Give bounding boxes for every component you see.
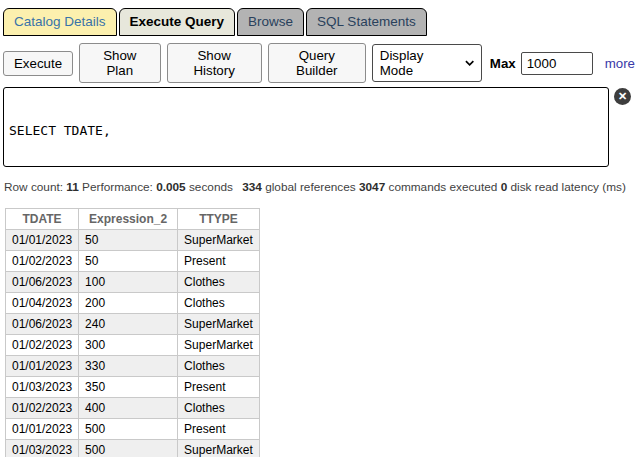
cell-tdate: 01/02/2023 <box>6 398 79 419</box>
performance-unit: seconds <box>189 180 233 194</box>
global-references-value: 334 <box>242 180 262 194</box>
cell-tdate: 01/02/2023 <box>6 251 79 272</box>
table-row: 01/02/2023 300 SuperMarket <box>6 335 260 356</box>
table-row: 01/03/2023 500 SuperMarket <box>6 440 260 457</box>
tab-catalog-details[interactable]: Catalog Details <box>3 8 117 36</box>
cell-tdate: 01/03/2023 <box>6 440 79 457</box>
query-toolbar: Execute Show Plan Show History Query Bui… <box>3 43 635 83</box>
cell-expression-2: 200 <box>79 293 178 314</box>
cell-tdate: 01/06/2023 <box>6 272 79 293</box>
table-row: 01/03/2023 350 Present <box>6 377 260 398</box>
cell-tdate: 01/01/2023 <box>6 356 79 377</box>
table-row: 01/02/2023 50 Present <box>6 251 260 272</box>
cell-expression-2: 50 <box>79 251 178 272</box>
table-row: 01/02/2023 400 Clothes <box>6 398 260 419</box>
commands-executed-value: 3047 <box>359 180 385 194</box>
global-references-label: global references <box>265 180 356 194</box>
display-mode-select[interactable]: Display Mode <box>372 44 482 82</box>
tab-execute-query[interactable]: Execute Query <box>119 8 236 36</box>
max-rows-input[interactable] <box>521 52 593 75</box>
performance-label: Performance: <box>82 180 153 194</box>
cell-ttype: Clothes <box>178 293 260 314</box>
column-header-expression-2: Expression_2 <box>79 209 178 230</box>
more-link[interactable]: more <box>605 56 635 71</box>
row-count-label: Row count: <box>4 180 63 194</box>
execute-button[interactable]: Execute <box>3 51 73 76</box>
performance-stats: Row count: 11 Performance: 0.005 seconds… <box>4 180 635 194</box>
cell-tdate: 01/04/2023 <box>6 293 79 314</box>
disk-latency-value: 0 <box>501 180 508 194</box>
results-table: TDATE Expression_2 TTYPE 01/01/2023 50 S… <box>5 208 260 457</box>
sql-editor-container: SELECT TDATE, COALESCE(EXPENSE1,EXPENSE2… <box>3 87 633 167</box>
max-label: Max <box>490 56 516 71</box>
cell-expression-2: 100 <box>79 272 178 293</box>
row-count-value: 11 <box>66 180 78 194</box>
commands-executed-label: commands executed <box>388 180 497 194</box>
sql-line: SELECT TDATE, <box>9 123 603 140</box>
tab-bar: Catalog Details Execute Query Browse SQL… <box>0 0 635 36</box>
cell-ttype: Present <box>178 251 260 272</box>
cell-ttype: SuperMarket <box>178 335 260 356</box>
cell-tdate: 01/01/2023 <box>6 230 79 251</box>
table-row: 01/01/2023 330 Clothes <box>6 356 260 377</box>
cell-expression-2: 240 <box>79 314 178 335</box>
cell-expression-2: 500 <box>79 419 178 440</box>
table-row: 01/04/2023 200 Clothes <box>6 293 260 314</box>
cell-ttype: SuperMarket <box>178 230 260 251</box>
cell-ttype: SuperMarket <box>178 440 260 457</box>
cell-tdate: 01/01/2023 <box>6 419 79 440</box>
query-builder-button[interactable]: Query Builder <box>268 43 366 83</box>
tab-browse[interactable]: Browse <box>237 8 304 36</box>
cell-expression-2: 50 <box>79 230 178 251</box>
cell-tdate: 01/02/2023 <box>6 335 79 356</box>
column-header-tdate: TDATE <box>6 209 79 230</box>
cell-ttype: Clothes <box>178 272 260 293</box>
cell-tdate: 01/06/2023 <box>6 314 79 335</box>
cell-ttype: Present <box>178 419 260 440</box>
cell-expression-2: 330 <box>79 356 178 377</box>
cell-ttype: Clothes <box>178 398 260 419</box>
performance-value: 0.005 <box>156 180 186 194</box>
cell-expression-2: 500 <box>79 440 178 457</box>
show-plan-button[interactable]: Show Plan <box>79 43 160 83</box>
show-history-button[interactable]: Show History <box>167 43 262 83</box>
cell-ttype: Present <box>178 377 260 398</box>
cell-expression-2: 300 <box>79 335 178 356</box>
table-row: 01/01/2023 50 SuperMarket <box>6 230 260 251</box>
cell-tdate: 01/03/2023 <box>6 377 79 398</box>
table-row: 01/06/2023 100 Clothes <box>6 272 260 293</box>
column-header-ttype: TTYPE <box>178 209 260 230</box>
tab-sql-statements[interactable]: SQL Statements <box>306 8 427 36</box>
display-mode-selected-value: Display Mode <box>380 48 455 78</box>
sql-query-editor[interactable]: SELECT TDATE, COALESCE(EXPENSE1,EXPENSE2… <box>3 87 609 167</box>
cell-ttype: Clothes <box>178 356 260 377</box>
close-icon[interactable]: ✕ <box>614 88 631 105</box>
cell-expression-2: 350 <box>79 377 178 398</box>
chevron-down-icon <box>465 60 474 66</box>
cell-expression-2: 400 <box>79 398 178 419</box>
table-header-row: TDATE Expression_2 TTYPE <box>6 209 260 230</box>
cell-ttype: SuperMarket <box>178 314 260 335</box>
disk-latency-label: disk read latency (ms) <box>510 180 625 194</box>
table-row: 01/06/2023 240 SuperMarket <box>6 314 260 335</box>
table-row: 01/01/2023 500 Present <box>6 419 260 440</box>
